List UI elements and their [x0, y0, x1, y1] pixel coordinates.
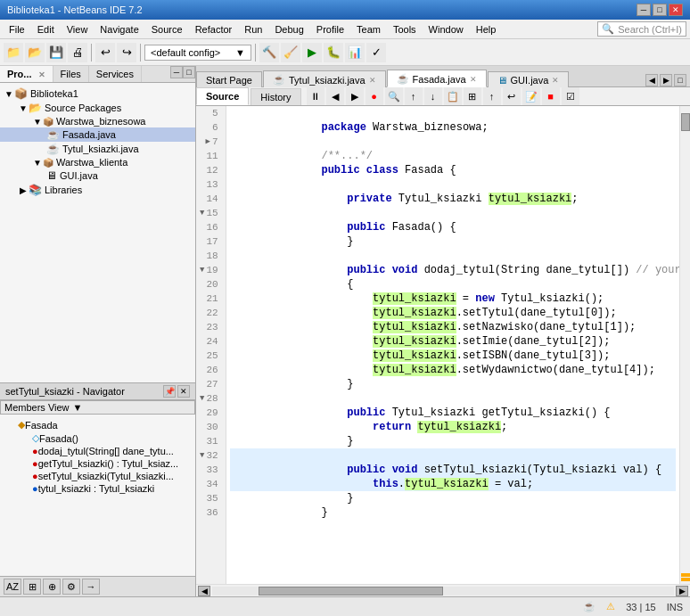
stop-button[interactable]: ■: [542, 87, 560, 105]
tree-item-source-packages[interactable]: ▼ 📂 Source Packages: [0, 101, 195, 115]
debug-button[interactable]: 🐛: [324, 43, 343, 62]
fold-icon-19[interactable]: ▼: [200, 263, 204, 277]
menu-source[interactable]: Source: [146, 22, 188, 37]
nav-item-field[interactable]: ● tytul_ksiazki : Tytul_ksiazki: [0, 482, 195, 495]
tab-projects-close-icon[interactable]: ✕: [38, 70, 45, 79]
editor-tab-gui[interactable]: 🖥 GUI.java ✕: [488, 71, 570, 87]
tab-source[interactable]: Source: [196, 87, 249, 105]
code-content[interactable]: package Warstwa_biznesowa; /**...*/ publ…: [226, 106, 679, 584]
search-placeholder: Search (Ctrl+I): [618, 24, 682, 35]
tab-projects[interactable]: Pro... ✕: [0, 66, 53, 82]
menu-profile[interactable]: Profile: [311, 22, 349, 37]
nav-item-constructor[interactable]: ◇ Fasada(): [0, 431, 195, 445]
horizontal-scrollbar[interactable]: ◀ ▶: [196, 584, 690, 596]
tab-fasada-close-icon[interactable]: ✕: [470, 75, 477, 84]
scrollbar-track[interactable]: [212, 587, 674, 595]
fold-icon-32[interactable]: ▼: [200, 448, 204, 463]
editor-maximize-button[interactable]: □: [674, 74, 686, 86]
nav-item-fasada-class[interactable]: ◆ Fasada: [0, 418, 195, 431]
run-button[interactable]: ▶: [302, 43, 322, 62]
menu-window[interactable]: Window: [423, 22, 469, 37]
tab-files[interactable]: Files: [53, 66, 89, 82]
tree-item-biblioteka1[interactable]: ▼ 📦 Biblioteka1: [0, 86, 195, 101]
save-all-button[interactable]: 🖨: [68, 43, 87, 62]
undo-button[interactable]: ↩: [95, 43, 115, 62]
scrollbar-thumb[interactable]: [681, 113, 690, 131]
tasks-button[interactable]: ☑: [562, 87, 579, 105]
scrollbar-thumb-h[interactable]: [259, 587, 443, 595]
nav-label-constructor: Fasada(): [39, 433, 78, 444]
toggle-breakpoint-button[interactable]: ●: [366, 87, 383, 105]
revert-button[interactable]: ↩: [503, 87, 521, 105]
tab-history[interactable]: History: [251, 88, 300, 105]
config-dropdown[interactable]: <default config> ▼: [144, 45, 251, 61]
scroll-right-button[interactable]: ▶: [676, 586, 688, 596]
tree-item-libraries[interactable]: ▶ 📚 Libraries: [0, 183, 195, 197]
minimize-button[interactable]: ─: [637, 4, 651, 16]
navigator-close-button[interactable]: ✕: [177, 385, 190, 398]
editor-scroll-left-button[interactable]: ◀: [645, 74, 658, 86]
find-prev-button[interactable]: ↑: [405, 87, 423, 105]
open-button[interactable]: 📂: [25, 43, 45, 62]
tree-item-fasada[interactable]: ☕ Fasada.java: [0, 127, 195, 142]
editor-scrollbar[interactable]: [679, 106, 690, 584]
tree-item-gui[interactable]: 🖥 GUI.java: [0, 168, 195, 183]
editor-scroll-right-button[interactable]: ▶: [660, 74, 672, 86]
history-toggle-button[interactable]: 📋: [444, 87, 462, 105]
navigator-pin-button[interactable]: 📌: [163, 385, 176, 398]
nav-sort-button[interactable]: AZ: [4, 579, 21, 595]
close-button[interactable]: ✕: [669, 4, 683, 16]
nav-item-getter[interactable]: ● getTytul_ksiazki() : Tytul_ksiaz...: [0, 457, 195, 470]
menu-debug[interactable]: Debug: [269, 22, 308, 37]
fold-icon-15[interactable]: ▼: [200, 206, 204, 220]
nav-item-dodaj[interactable]: ● dodaj_tytul(String[] dane_tytu...: [0, 445, 195, 457]
menu-file[interactable]: File: [4, 22, 30, 37]
maximize-button[interactable]: □: [653, 4, 667, 16]
nav-settings-button[interactable]: ⚙: [62, 579, 80, 595]
tab-gui-close-icon[interactable]: ✕: [552, 76, 559, 85]
menu-navigate[interactable]: Navigate: [94, 22, 144, 37]
new-project-button[interactable]: 📁: [4, 43, 23, 62]
annotate-button[interactable]: 📝: [522, 87, 540, 105]
nav-goto-button[interactable]: →: [82, 579, 100, 595]
menu-run[interactable]: Run: [239, 22, 267, 37]
menu-tools[interactable]: Tools: [388, 22, 422, 37]
tab-services[interactable]: Services: [89, 66, 142, 82]
tree-item-warstwa-klienta[interactable]: ▼ 📦 Warstwa_klienta: [0, 156, 195, 168]
tab-tytul-close-icon[interactable]: ✕: [369, 76, 376, 85]
diff-button[interactable]: ⊞: [464, 87, 481, 105]
panel-minimize-button[interactable]: ─: [170, 66, 183, 78]
menu-edit[interactable]: Edit: [32, 22, 60, 37]
menu-team[interactable]: Team: [351, 22, 386, 37]
panel-maximize-button[interactable]: □: [183, 66, 195, 78]
members-dropdown[interactable]: Members View ▼: [0, 400, 195, 415]
menu-refactor[interactable]: Refactor: [190, 22, 238, 37]
editor-tab-tytul[interactable]: ☕ Tytul_ksiazki.java ✕: [263, 70, 386, 87]
nav-filter-button[interactable]: ⊞: [23, 579, 41, 595]
search-button[interactable]: 🔍: [385, 87, 403, 105]
find-next-button[interactable]: ↓: [424, 87, 442, 105]
search-box[interactable]: 🔍 Search (Ctrl+I): [597, 21, 686, 37]
redo-button[interactable]: ↪: [117, 43, 136, 62]
next-bookmark-button[interactable]: ▶: [346, 87, 364, 105]
build-button[interactable]: 🔨: [259, 43, 279, 62]
fold-icon-28[interactable]: ▼: [200, 391, 204, 406]
menu-view[interactable]: View: [62, 22, 94, 37]
editor-tab-fasada[interactable]: ☕ Fasada.java ✕: [387, 70, 487, 87]
prev-bookmark-button[interactable]: ◀: [326, 87, 344, 105]
tree-item-warstwa-biz[interactable]: ▼ 📦 Warstwa_biznesowa: [0, 115, 195, 127]
tree-item-tytul[interactable]: ☕ Tytul_ksiazki.java: [0, 142, 195, 156]
commit-button[interactable]: ↑: [483, 87, 501, 105]
fold-icon-7[interactable]: ▶: [206, 135, 210, 149]
menu-help[interactable]: Help: [471, 22, 502, 37]
nav-expand-button[interactable]: ⊕: [43, 579, 61, 595]
nav-item-setter[interactable]: ● setTytul_ksiazki(Tytul_ksiazki...: [0, 470, 195, 482]
profile-button[interactable]: 📊: [345, 43, 365, 62]
test-button[interactable]: ✓: [366, 43, 386, 62]
clean-build-button[interactable]: 🧹: [281, 43, 300, 62]
editor-tab-start[interactable]: Start Page: [196, 71, 262, 87]
line-num-23: 23: [200, 320, 222, 334]
scroll-left-button[interactable]: ◀: [198, 586, 210, 596]
toggle-bookmark-button[interactable]: ⏸: [307, 87, 324, 105]
save-button[interactable]: 💾: [46, 43, 66, 62]
